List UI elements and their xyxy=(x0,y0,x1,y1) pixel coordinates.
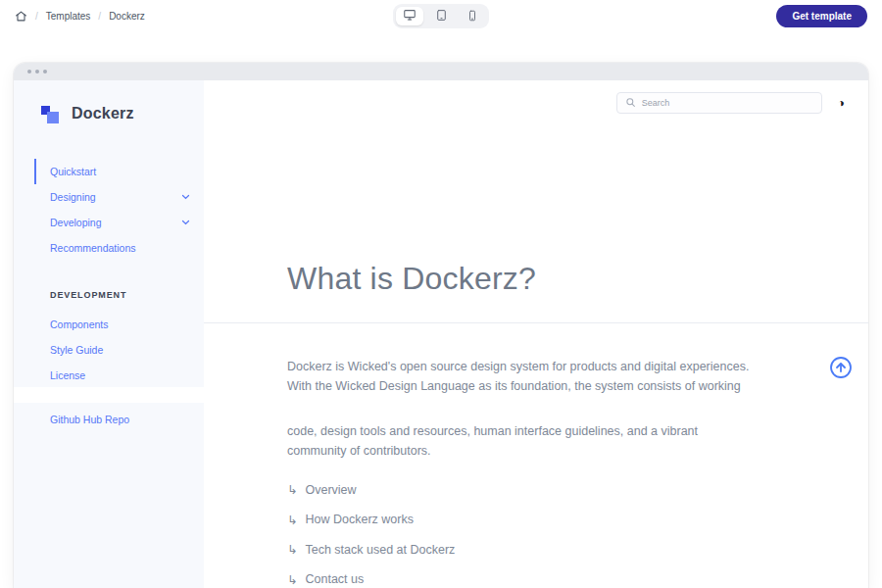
sidebar-item-label: Style Guide xyxy=(50,344,103,356)
return-arrow-icon: ↳ xyxy=(287,542,297,557)
home-icon[interactable] xyxy=(15,10,27,23)
desktop-icon xyxy=(403,8,416,25)
sidebar-item-label: Recommendations xyxy=(50,242,136,254)
dark-mode-toggle-icon[interactable]: ◑ xyxy=(838,97,845,109)
get-template-button[interactable]: Get template xyxy=(776,5,867,27)
toc-link-how-dockerz-works[interactable]: ↳ How Dockerz works xyxy=(287,513,868,527)
section-gap xyxy=(14,387,204,403)
docs-content: What is Dockerz? Dockerz is Wicked's ope… xyxy=(204,261,868,587)
sidebar-item-style-guide[interactable]: Style Guide xyxy=(34,337,204,363)
sidebar-item-quickstart[interactable]: Quickstart xyxy=(34,159,204,184)
sidebar-item-label: Quickstart xyxy=(50,166,96,177)
top-bar: / Templates / Dockerz Get template xyxy=(0,0,882,32)
search-input[interactable] xyxy=(642,98,813,108)
breadcrumb-templates[interactable]: Templates xyxy=(46,11,91,22)
return-arrow-icon: ↳ xyxy=(287,482,297,497)
breadcrumb: / Templates / Dockerz xyxy=(15,10,145,23)
window-dot xyxy=(27,70,31,74)
sidebar-item-designing[interactable]: Designing xyxy=(34,184,204,210)
sidebar-item-github-hub-repo[interactable]: Github Hub Repo xyxy=(50,414,129,425)
sidebar-item-label: Designing xyxy=(50,191,96,203)
sidebar-item-label: Components xyxy=(50,318,109,330)
window-dot xyxy=(35,70,39,74)
return-arrow-icon: ↳ xyxy=(287,513,297,527)
intro-paragraph-1: Dockerz is Wicked's open source design s… xyxy=(287,357,868,396)
breadcrumb-separator: / xyxy=(35,11,38,22)
window-chrome-bar xyxy=(14,63,868,80)
tablet-icon xyxy=(435,8,448,25)
template-preview-window: Dockerz Quickstart Designing Developing xyxy=(14,63,868,588)
dockerz-logo-icon xyxy=(41,104,61,123)
sidebar-nav: Quickstart Designing Developing Recommen… xyxy=(14,159,204,261)
phone-icon xyxy=(466,8,478,25)
page-title: What is Dockerz? xyxy=(287,261,868,297)
sidebar-item-components[interactable]: Components xyxy=(34,312,204,337)
device-preview-toggle xyxy=(393,4,489,28)
logo[interactable]: Dockerz xyxy=(14,80,204,123)
sidebar-section-development: DEVELOPMENT xyxy=(50,290,204,300)
toc-link-tech-stack[interactable]: ↳ Tech stack used at Dockerz xyxy=(287,542,868,557)
docs-sidebar: Dockerz Quickstart Designing Developing xyxy=(14,80,204,588)
docs-header: ◑ xyxy=(204,80,868,114)
breadcrumb-dockerz[interactable]: Dockerz xyxy=(109,11,145,22)
toc-link-label: Overview xyxy=(305,483,356,497)
chevron-down-icon xyxy=(181,219,190,226)
sidebar-item-label: License xyxy=(50,369,85,381)
toc-links: ↳ Overview ↳ How Dockerz works ↳ Tech st… xyxy=(287,482,868,587)
return-arrow-icon: ↳ xyxy=(287,572,297,587)
docs-site: Dockerz Quickstart Designing Developing xyxy=(14,80,868,588)
chevron-down-icon xyxy=(181,193,190,201)
mobile-view-button[interactable] xyxy=(459,7,486,25)
toc-link-label: Contact us xyxy=(305,572,364,586)
desktop-view-button[interactable] xyxy=(396,7,423,25)
search-box[interactable] xyxy=(616,92,822,114)
breadcrumb-separator: / xyxy=(98,11,101,22)
divider xyxy=(204,322,868,323)
search-icon xyxy=(625,94,636,112)
sidebar-item-developing[interactable]: Developing xyxy=(34,210,204,235)
window-dot xyxy=(43,70,47,74)
toc-link-label: Tech stack used at Dockerz xyxy=(305,543,455,557)
sidebar-item-license[interactable]: License xyxy=(34,363,204,388)
logo-text: Dockerz xyxy=(72,105,134,122)
tablet-view-button[interactable] xyxy=(427,7,455,25)
sidebar-item-recommendations[interactable]: Recommendations xyxy=(34,235,204,261)
docs-main: ◑ What is Dockerz? Dockerz is Wicked's o… xyxy=(204,80,868,588)
sidebar-dev-nav: Components Style Guide License xyxy=(14,312,204,388)
scroll-up-button[interactable] xyxy=(829,356,853,379)
toc-link-contact-us[interactable]: ↳ Contact us xyxy=(287,572,868,587)
toc-link-label: How Dockerz works xyxy=(305,513,413,526)
sidebar-item-label: Developing xyxy=(50,217,102,228)
toc-link-overview[interactable]: ↳ Overview xyxy=(287,482,868,497)
intro-paragraph-2: code, design tools and resources, human … xyxy=(287,421,868,461)
